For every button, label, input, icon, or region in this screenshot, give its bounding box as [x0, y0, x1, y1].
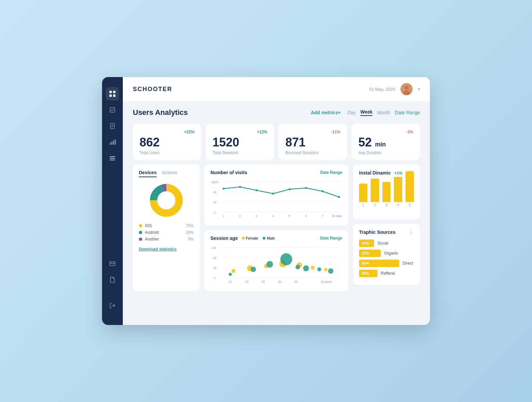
filter-week[interactable]: Week: [360, 109, 372, 116]
install-dynamic-change: +1%: [394, 171, 402, 176]
svg-rect-2: [109, 94, 112, 97]
sidebar-item-mail[interactable]: [106, 257, 119, 270]
svg-rect-16: [110, 262, 115, 266]
bar-label-3: 3: [385, 203, 387, 207]
svg-rect-13: [110, 156, 115, 157]
charts-row: Devices Actions: [133, 164, 420, 291]
svg-point-35: [272, 193, 274, 195]
svg-point-67: [295, 265, 300, 269]
filter-daterange[interactable]: Date Range: [395, 110, 420, 115]
bar-value-5: [406, 171, 414, 202]
svg-text:30: 30: [262, 280, 265, 283]
sidebar-item-reports[interactable]: [106, 119, 119, 133]
session-age-range[interactable]: Date Range: [320, 236, 342, 241]
bar-4: 4: [394, 177, 402, 207]
header-right: 01 May, 2020 ▾: [369, 83, 420, 95]
stat-change-users: +22%: [184, 130, 194, 134]
traffic-bar-social: 15%: [359, 240, 374, 247]
visits-title-row: Number of visits Date Range: [210, 170, 342, 175]
filter-day[interactable]: Day: [347, 110, 356, 115]
svg-point-36: [288, 188, 290, 190]
bar-5: 5: [406, 171, 414, 207]
svg-point-65: [266, 261, 273, 268]
svg-point-38: [322, 190, 324, 192]
bar-value-2: [371, 179, 379, 202]
svg-point-33: [239, 186, 241, 188]
avatar[interactable]: [401, 83, 413, 95]
stat-change-bounced: -11%: [331, 130, 340, 134]
stat-value-bounced: 871: [285, 136, 305, 149]
bar-value-3: [382, 182, 391, 202]
time-filters: Day Week Month Date Range: [347, 109, 420, 116]
svg-rect-0: [109, 91, 112, 93]
svg-rect-1: [113, 91, 115, 93]
svg-text:20: 20: [245, 280, 248, 283]
svg-point-61: [311, 266, 315, 270]
visits-range[interactable]: Date Range: [320, 170, 342, 175]
tab-actions[interactable]: Actions: [162, 170, 177, 177]
female-dot: [242, 237, 245, 240]
stat-value-sessions: 1520: [212, 136, 239, 149]
sidebar-item-data[interactable]: [106, 151, 119, 165]
stat-bounced-sessions: -11% 871 Bounsed Sessions: [279, 124, 347, 160]
download-statistics-link[interactable]: Download statistics: [139, 247, 194, 252]
sidebar-item-analytics[interactable]: [106, 135, 119, 149]
svg-point-32: [223, 188, 225, 190]
bar-label-2: 2: [374, 203, 376, 207]
tab-devices[interactable]: Devices: [139, 170, 157, 177]
center-charts: Number of visits Date Range 100% 40: [204, 164, 348, 291]
android-label: Android: [145, 230, 159, 235]
session-age-card: Session age Female Male: [204, 230, 348, 291]
avatar-chevron-icon[interactable]: ▾: [418, 87, 420, 91]
svg-text:20: 20: [213, 201, 216, 204]
filter-month[interactable]: Month: [377, 110, 390, 115]
sidebar-item-logout[interactable]: [106, 299, 119, 312]
stat-label-users: Total Users: [140, 150, 160, 155]
svg-text:6: 6: [305, 214, 307, 218]
sidebar-item-files[interactable]: [106, 273, 119, 286]
page-header: Users Analytics Add metrics+ Day Week Mo…: [133, 108, 420, 117]
svg-point-66: [280, 253, 292, 265]
svg-point-56: [232, 269, 236, 273]
add-metrics-button[interactable]: Add metrics+: [311, 110, 341, 115]
visits-chart: 100% 40 20 0: [210, 179, 342, 219]
svg-point-39: [338, 196, 340, 198]
bar-value-4: [394, 177, 402, 202]
legend-female: Female: [242, 236, 258, 240]
android-dot: [139, 231, 142, 234]
stat-label-sessions: Total Sessions: [212, 150, 238, 155]
another-pct: 5%: [188, 237, 194, 242]
sidebar-item-grid[interactable]: [106, 87, 119, 100]
svg-text:10: 10: [229, 280, 232, 283]
visits-card: Number of visits Date Range 100% 40: [204, 164, 348, 225]
svg-text:60 years: 60 years: [321, 280, 332, 283]
ios-label: IOS: [145, 223, 152, 228]
stat-value-duration: 52 min: [358, 136, 386, 149]
svg-point-37: [305, 187, 307, 189]
install-dynamic-title: Instal Dinamic: [359, 170, 391, 176]
stat-total-users: +22% 862 Total Users: [133, 124, 201, 160]
svg-rect-10: [111, 141, 112, 145]
sidebar-item-tasks[interactable]: [106, 103, 119, 117]
another-dot: [139, 238, 142, 241]
svg-text:100: 100: [211, 246, 216, 250]
session-age-title-row: Session age Female Male: [210, 236, 342, 241]
svg-point-69: [317, 267, 321, 271]
legend-ios: IOS 75%: [139, 223, 194, 228]
donut-chart: [139, 182, 194, 219]
traffic-direct: 50% Direct: [359, 260, 414, 267]
svg-rect-12: [115, 139, 116, 145]
ios-dot: [139, 224, 142, 227]
traffic-label-social: Social: [377, 241, 388, 246]
devices-legend: IOS 75% Android 20%: [139, 223, 194, 244]
app-logo: SCHOOTER: [133, 86, 172, 93]
traffic-menu[interactable]: ⋮: [409, 229, 414, 236]
stats-row: +22% 862 Total Users +12% 1520 Total Ses…: [133, 124, 420, 160]
svg-rect-9: [110, 143, 111, 145]
svg-text:0: 0: [214, 211, 215, 214]
stat-change-duration: -1%: [406, 130, 413, 134]
stat-value-users: 862: [140, 136, 160, 149]
bars-container: 1 2 3 4: [359, 180, 414, 214]
android-pct: 20%: [186, 230, 194, 235]
traffic-refferal: 20% Refferal: [359, 270, 414, 277]
